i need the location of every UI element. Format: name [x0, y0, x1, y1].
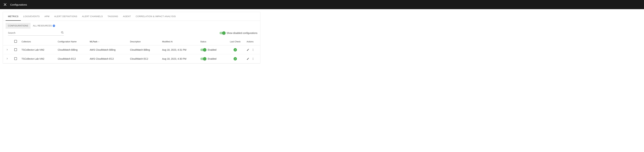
cell-description: CloudWatch Billing [128, 46, 160, 54]
pencil-icon [246, 58, 249, 60]
subtab-configurations[interactable]: CONFIGURATIONS [6, 23, 30, 29]
edit-button[interactable] [246, 58, 249, 60]
tab-alert-channels[interactable]: ALERT CHANNELS [80, 12, 105, 21]
row-status-toggle[interactable] [200, 58, 206, 60]
close-icon [4, 3, 6, 6]
sub-tabs: CONFIGURATIONS ALL RESOURCES ? [3, 21, 260, 29]
col-collectors[interactable]: Collectors [20, 38, 56, 46]
tab-tagging[interactable]: TAGGING [105, 12, 120, 21]
cell-actions [245, 46, 260, 54]
cell-actions [245, 54, 260, 64]
svg-point-6 [253, 50, 253, 51]
status-label: Enabled [208, 58, 216, 60]
cell-config-name: CloudWatch EC2 [56, 54, 88, 64]
tab-alert-definitions[interactable]: ALERT DEFINITIONS [52, 12, 80, 21]
more-vert-icon [252, 58, 254, 60]
cell-config-name: CloudWatch Billing [56, 46, 88, 54]
cell-status: Enabled [198, 54, 226, 64]
cell-last-check [226, 54, 245, 64]
show-disabled-toggle-group: Show disabled configurations [220, 32, 258, 34]
toggle-label: Show disabled configurations [226, 32, 258, 34]
cell-collectors: TSCollector-Lab-VM2 [20, 54, 56, 64]
close-button[interactable] [4, 3, 7, 6]
expand-row-button[interactable] [6, 48, 8, 51]
toolbar: Show disabled configurations [3, 29, 260, 38]
expand-row-button[interactable] [6, 58, 8, 60]
chevron-right-icon [6, 58, 8, 60]
row-checkbox[interactable] [14, 48, 17, 51]
col-actions: Actions [245, 38, 260, 46]
svg-point-2 [61, 32, 63, 33]
svg-point-9 [253, 59, 253, 60]
cell-mlpack: AWS CloudWatch EC2 [88, 54, 128, 64]
col-mlpack[interactable]: MLPack ↑ [88, 38, 128, 46]
edit-button[interactable] [246, 48, 249, 51]
row-status-toggle[interactable] [200, 49, 206, 51]
page-title: Configurations [10, 3, 27, 6]
cell-mlpack: AWS CloudWatch Billing [88, 46, 128, 54]
row-checkbox[interactable] [14, 57, 17, 60]
svg-point-7 [253, 58, 253, 58]
tab-correlation[interactable]: CORRELATION & IMPACT ANALYSIS [133, 12, 178, 21]
cell-modified-at: Aug 18, 2023, 4:30 PM [160, 54, 198, 64]
configurations-table: Collectors Configuration Name MLPack ↑ D… [3, 38, 260, 64]
chevron-right-icon [6, 48, 8, 51]
col-config-name[interactable]: Configuration Name [56, 38, 88, 46]
check-ok-icon [234, 48, 237, 52]
table-row: TSCollector-Lab-VM2 CloudWatch EC2 AWS C… [3, 54, 260, 64]
col-status[interactable]: Status [198, 38, 226, 46]
cell-status: Enabled [198, 46, 226, 54]
cell-collectors: TSCollector-Lab-VM2 [20, 46, 56, 54]
svg-point-5 [253, 50, 253, 50]
tab-apm[interactable]: APM [42, 12, 52, 21]
search-icon[interactable] [61, 31, 64, 35]
tab-agent[interactable]: AGENT [120, 12, 133, 21]
tab-metrics[interactable]: METRICS [6, 12, 21, 21]
col-last-check[interactable]: Last Check [226, 38, 245, 46]
search-input[interactable] [8, 32, 61, 34]
select-all-checkbox[interactable] [14, 40, 17, 43]
subtab-label: ALL RESOURCES [33, 24, 52, 27]
more-button[interactable] [252, 48, 254, 51]
sort-asc-icon: ↑ [98, 41, 99, 43]
status-label: Enabled [208, 48, 216, 51]
more-button[interactable] [252, 58, 254, 60]
main-panel: METRICS LOGS/EVENTS APM ALERT DEFINITION… [3, 12, 260, 64]
table-row: TSCollector-Lab-VM2 CloudWatch Billing A… [3, 46, 260, 54]
check-ok-icon [234, 57, 237, 60]
pencil-icon [246, 48, 249, 51]
more-vert-icon [252, 48, 254, 51]
col-description[interactable]: Description [128, 38, 160, 46]
header-bar: Configurations [0, 0, 644, 9]
cell-last-check [226, 46, 245, 54]
tab-logs-events[interactable]: LOGS/EVENTS [21, 12, 42, 21]
show-disabled-toggle[interactable] [220, 32, 225, 34]
primary-tabs: METRICS LOGS/EVENTS APM ALERT DEFINITION… [3, 12, 260, 21]
help-icon[interactable]: ? [53, 24, 55, 27]
col-mlpack-label: MLPack [90, 40, 98, 43]
subtab-all-resources[interactable]: ALL RESOURCES ? [30, 23, 58, 29]
svg-line-3 [63, 33, 64, 34]
svg-point-4 [253, 49, 253, 49]
search-field[interactable] [8, 30, 64, 36]
cell-modified-at: Aug 18, 2023, 4:31 PM [160, 46, 198, 54]
col-modified-at[interactable]: Modified At [160, 38, 198, 46]
svg-point-8 [253, 59, 253, 59]
cell-description: CloudWatch EC2 [128, 54, 160, 64]
